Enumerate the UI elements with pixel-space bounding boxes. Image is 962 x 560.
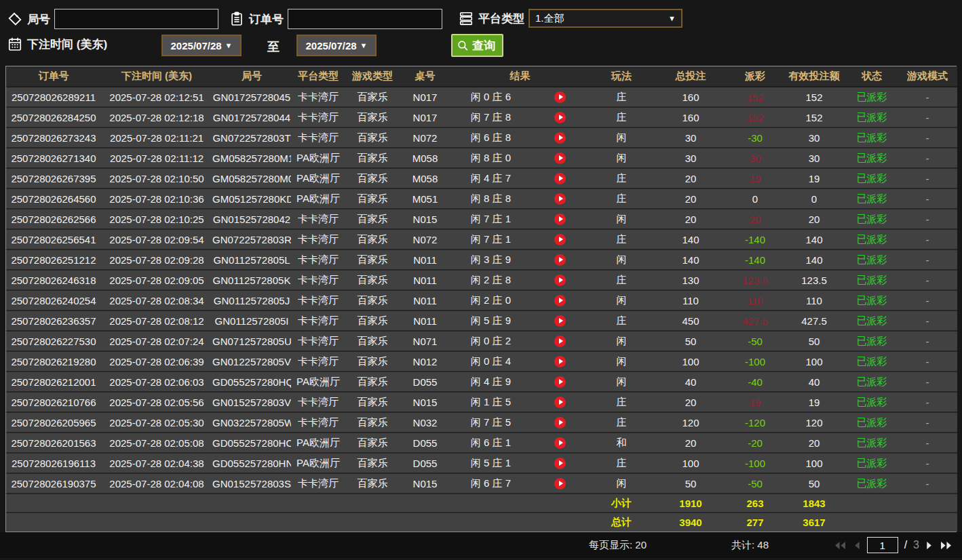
cell-mode: - [898,127,957,148]
cell-game_type: 百家乐 [345,209,400,229]
subtotal-row: 小计19102631843 [6,494,957,513]
video-play-icon[interactable] [554,336,566,347]
game-no-input[interactable] [54,9,218,29]
result-text: 闲 6 庄 7 [450,477,531,490]
cell-payout: -140 [728,229,782,249]
video-play-icon[interactable] [554,214,566,225]
search-button[interactable]: 查询 [451,34,503,57]
table-row: 2507280262645602025-07-28 02:10:36GM0512… [6,188,957,209]
cell-game_type: 百家乐 [345,249,400,270]
cell-valid_bet: 152 [782,87,846,107]
arrow-right-icon [925,540,934,551]
cell-game_type: 百家乐 [345,127,400,148]
table-row: 2507280262059652025-07-28 02:05:30GN0322… [6,412,957,433]
page-number-input[interactable]: 1 [867,537,898,553]
chevron-down-icon: ▼ [225,41,233,49]
video-play-icon[interactable] [554,356,566,367]
video-play-icon[interactable] [554,315,566,327]
cell-table_no: D055 [400,453,450,473]
cell-valid_bet: 50 [782,473,846,494]
video-play-icon[interactable] [554,193,566,205]
result-text: 闲 6 庄 8 [450,132,531,144]
subtotal-row-empty-cell [400,494,450,513]
platform-select[interactable]: 1.全部 ▼ [528,9,682,28]
cell-bet_time: 2025-07-28 02:05:08 [101,433,212,453]
cell-status: 已派彩 [846,87,898,107]
cell-platform: 卡卡湾厅 [291,311,345,331]
date-to-picker[interactable]: 2025/07/28 ▼ [296,35,377,56]
video-play-icon[interactable] [554,478,566,489]
video-play-icon[interactable] [554,173,566,184]
cell-bet_time: 2025-07-28 02:08:34 [101,290,212,311]
column-header-play: 玩法 [590,66,653,87]
cell-order_no: 250728026227530 [6,331,101,351]
result-text: 闲 0 庄 2 [450,335,531,348]
video-play-icon[interactable] [554,132,566,144]
cell-total_bet: 40 [653,372,728,392]
cell-order_no: 250728026219280 [6,351,101,372]
video-play-icon[interactable] [554,376,566,388]
subtotal-row-payout: 263 [728,494,782,513]
video-play-icon[interactable] [554,112,566,123]
cell-play: 庄 [590,270,653,290]
platform-selected-value: 1.全部 [535,12,564,25]
next-page-button[interactable] [925,540,934,551]
cell-result: 闲 6 庄 7 [450,473,590,494]
cell-result: 闲 0 庄 2 [450,331,590,351]
video-play-icon[interactable] [554,397,566,408]
cell-play: 闲 [590,209,653,229]
cell-platform: 卡卡湾厅 [291,290,345,311]
order-no-input[interactable] [288,9,442,29]
cell-platform: 卡卡湾厅 [291,229,345,249]
video-play-icon[interactable] [554,295,566,306]
cell-status: 已派彩 [846,433,898,453]
video-play-icon[interactable] [554,275,566,286]
cell-total_bet: 20 [653,168,728,188]
grand-total-row-valid_bet: 3617 [782,513,846,532]
grand-total-row: 总计39402773617 [6,513,957,532]
cell-status: 已派彩 [846,473,898,494]
cell-game_type: 百家乐 [345,473,400,494]
cell-table_no: N015 [400,392,450,412]
subtotal-row-empty-cell [846,494,898,513]
subtotal-row-valid_bet: 1843 [782,494,846,513]
video-play-icon[interactable] [554,92,566,103]
cell-status: 已派彩 [846,107,898,127]
video-play-icon[interactable] [554,437,566,449]
cell-status: 已派彩 [846,392,898,412]
table-row: 2507280262842502025-07-28 02:12:18GN0172… [6,107,957,127]
cell-table_no: N071 [400,331,450,351]
cell-order_no: 250728026273243 [6,127,101,148]
platform-filter: 平台类型 1.全部 ▼ [458,9,682,28]
cell-platform: PA欧洲厅 [291,372,345,392]
order-no-label: 订单号 [249,12,284,27]
subtotal-row-empty-cell [345,494,400,513]
cell-bet_time: 2025-07-28 02:08:12 [101,311,212,331]
cell-mode: - [898,311,957,331]
cell-order_no: 250728026256541 [6,229,101,249]
grand-total-row-label: 总计 [590,513,653,532]
cell-bet_time: 2025-07-28 02:11:21 [101,127,212,148]
prev-page-button[interactable] [853,540,861,551]
cell-result: 闲 5 庄 1 [450,453,590,473]
cell-mode: - [898,290,957,311]
first-page-button[interactable] [834,540,847,551]
cell-valid_bet: 140 [782,229,846,249]
video-play-icon[interactable] [554,458,566,469]
cell-game_no: GN0112572805L [212,249,291,270]
cell-platform: 卡卡湾厅 [291,270,345,290]
result-text: 闲 7 庄 5 [450,416,531,429]
cell-play: 庄 [590,311,653,331]
cell-mode: - [898,270,957,290]
result-text: 闲 8 庄 8 [450,193,531,205]
video-play-icon[interactable] [554,254,566,266]
video-play-icon[interactable] [554,417,566,428]
video-play-icon[interactable] [554,153,566,164]
date-from-picker[interactable]: 2025/07/28 ▼ [161,35,242,56]
grand-total-row-empty-cell [345,513,400,532]
total-count-indicator: 共计: 48 [731,539,769,552]
cell-bet_time: 2025-07-28 02:09:28 [101,249,212,270]
video-play-icon[interactable] [554,234,566,245]
records-table: 订单号下注时间 (美东)局号平台类型游戏类型桌号结果玩法总投注派彩有效投注额状态… [6,66,957,532]
last-page-button[interactable] [940,540,953,551]
